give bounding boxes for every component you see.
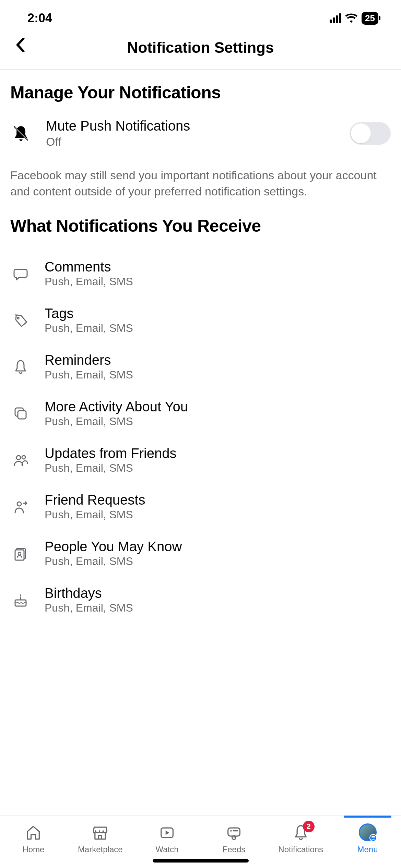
wifi-icon [345, 13, 357, 23]
manage-heading: Manage Your Notifications [10, 83, 391, 103]
notification-category-row[interactable]: RemindersPush, Email, SMS [10, 343, 391, 390]
item-subtitle: Push, Email, SMS [45, 508, 391, 521]
svg-rect-4 [18, 411, 26, 419]
item-title: More Activity About You [45, 399, 391, 414]
chevron-left-icon [15, 38, 25, 52]
item-title: Birthdays [45, 586, 391, 601]
hamburger-badge-icon [369, 834, 377, 842]
bell-muted-icon [10, 124, 32, 143]
item-title: Reminders [45, 352, 391, 368]
notification-category-row[interactable]: TagsPush, Email, SMS [10, 297, 391, 343]
item-subtitle: Push, Email, SMS [45, 555, 391, 568]
page-title: Notification Settings [127, 39, 274, 56]
item-title: Friend Requests [45, 492, 391, 508]
svg-point-6 [22, 456, 25, 459]
notification-category-row[interactable]: CommentsPush, Email, SMS [10, 250, 391, 297]
status-right: 25 [330, 12, 380, 25]
page-header: Notification Settings [0, 29, 401, 70]
notification-category-row[interactable]: People You May KnowPush, Email, SMS [10, 530, 391, 577]
item-subtitle: Push, Email, SMS [45, 322, 391, 335]
status-bar: 2:04 25 [0, 0, 401, 29]
item-subtitle: Push, Email, SMS [45, 602, 391, 614]
mute-state: Off [46, 135, 335, 148]
mute-push-row[interactable]: Mute Push Notifications Off [10, 114, 391, 159]
tab-menu[interactable]: Menu [334, 816, 401, 868]
tab-marketplace[interactable]: Marketplace [67, 816, 134, 868]
notification-category-row[interactable]: More Activity About YouPush, Email, SMS [10, 390, 391, 437]
receive-heading: What Notifications You Receive [10, 216, 391, 236]
item-title: Comments [45, 259, 391, 275]
tab-notifications[interactable]: 2 Notifications [267, 816, 334, 868]
tab-label: Home [22, 845, 44, 854]
tab-label: Menu [357, 845, 378, 854]
svg-point-5 [16, 456, 21, 460]
item-subtitle: Push, Email, SMS [45, 415, 391, 428]
feeds-icon [225, 823, 243, 841]
comment-icon [10, 265, 31, 282]
disclaimer-text: Facebook may still send you important no… [10, 167, 391, 200]
avatar [359, 823, 377, 841]
battery-icon: 25 [362, 12, 378, 25]
tag-icon [10, 312, 31, 328]
home-indicator [153, 859, 249, 863]
svg-point-13 [20, 594, 21, 596]
marketplace-icon [91, 823, 109, 841]
back-button[interactable] [12, 36, 29, 53]
mute-toggle[interactable] [350, 122, 391, 145]
item-title: People You May Know [45, 539, 391, 554]
cellular-icon [330, 13, 341, 23]
item-title: Tags [45, 306, 391, 321]
tab-label: Marketplace [78, 845, 123, 854]
tab-home[interactable]: Home [0, 816, 67, 868]
item-subtitle: Push, Email, SMS [45, 275, 391, 288]
birthday-icon [10, 592, 31, 608]
item-title: Updates from Friends [45, 446, 391, 461]
notification-category-row[interactable]: BirthdaysPush, Email, SMS [10, 577, 391, 623]
friends-icon [10, 452, 31, 468]
svg-point-16 [230, 830, 232, 832]
item-subtitle: Push, Email, SMS [45, 462, 391, 474]
tab-label: Feeds [223, 845, 246, 854]
item-subtitle: Push, Email, SMS [45, 369, 391, 381]
svg-line-19 [234, 837, 235, 837]
friend-request-icon [10, 498, 31, 515]
bell-icon: 2 [292, 823, 310, 841]
notification-category-row[interactable]: Friend RequestsPush, Email, SMS [10, 483, 391, 530]
svg-point-7 [17, 502, 21, 506]
svg-rect-15 [228, 828, 240, 836]
notification-category-row[interactable]: Updates from FriendsPush, Email, SMS [10, 437, 391, 483]
svg-point-2 [17, 317, 19, 319]
home-icon [24, 823, 42, 841]
watch-icon [158, 823, 176, 841]
mute-title: Mute Push Notifications [46, 118, 335, 134]
tab-label: Watch [156, 845, 179, 854]
people-icon [10, 545, 31, 562]
stack-icon [10, 405, 31, 422]
status-time: 2:04 [27, 11, 52, 25]
notifications-badge: 2 [303, 821, 315, 832]
tab-label: Notifications [278, 845, 323, 854]
avatar-icon [359, 823, 377, 841]
bell-icon [10, 359, 31, 375]
